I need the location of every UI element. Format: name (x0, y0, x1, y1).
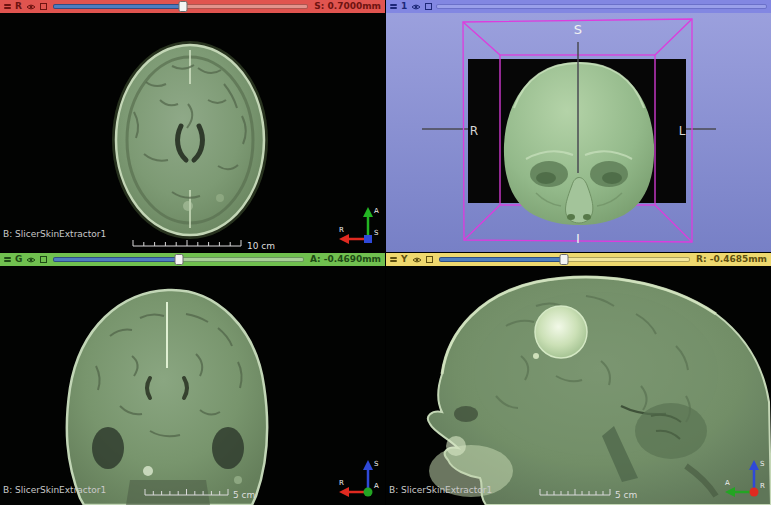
coronal-controller-bar: G A: -0.4690mm (0, 253, 385, 266)
axis-left-label: R (339, 479, 344, 487)
slider-empty-track (183, 4, 308, 9)
viewport-axial: R S: 0.7000mm (0, 0, 385, 252)
slider-filled-track (53, 4, 183, 9)
slider-filled-track (53, 257, 178, 262)
viewport-coronal: G A: -0.4690mm (0, 253, 385, 505)
ruler-label: 5 cm (233, 490, 255, 500)
sagittal-slice-canvas[interactable]: B: SlicerSkinExtractor1 5 cm S A R (386, 266, 771, 505)
axis-up-label: A (374, 207, 379, 215)
view-menu-icon[interactable] (426, 256, 433, 263)
corner-label: B: SlicerSkinExtractor1 (389, 485, 492, 495)
slice-offset-value: S: 0.7000mm (314, 2, 381, 11)
axis-origin-label: A (374, 482, 379, 490)
orientation-letter-superior: S (574, 22, 582, 37)
visibility-eye-icon[interactable] (26, 256, 36, 264)
axis-origin-label: R (760, 482, 765, 490)
coronal-slice-canvas[interactable]: B: SlicerSkinExtractor1 5 cm S R A (0, 266, 385, 505)
visibility-eye-icon[interactable] (412, 256, 422, 264)
axis-up-label: S (374, 460, 379, 468)
view-label: R (15, 2, 22, 11)
visibility-eye-icon[interactable] (26, 3, 36, 11)
viewport-3d: 1 (386, 0, 771, 252)
orientation-letter-right: R (470, 124, 478, 138)
corner-label: B: SlicerSkinExtractor1 (3, 485, 106, 495)
four-up-layout: R S: 0.7000mm (0, 0, 771, 505)
slice-offset-slider[interactable] (53, 1, 308, 12)
tumor-mass (535, 306, 587, 358)
view-menu-icon[interactable] (40, 256, 47, 263)
pin-icon[interactable] (4, 257, 11, 263)
threeD-bar-track (436, 4, 767, 9)
view-menu-icon[interactable] (425, 3, 432, 10)
axial-slice-canvas[interactable]: B: SlicerSkinExtractor1 10 cm A R S (0, 13, 385, 252)
slice-offset-value: A: -0.4690mm (310, 255, 381, 264)
slider-filled-track (439, 257, 565, 262)
visibility-eye-icon[interactable] (411, 3, 421, 11)
axis-origin-label: S (374, 229, 379, 237)
threeD-controller-bar: 1 (386, 0, 771, 13)
view-label: Y (401, 255, 408, 264)
axis-up-label: S (760, 460, 765, 468)
slice-slider-handle[interactable] (560, 254, 569, 265)
slice-offset-slider[interactable] (439, 254, 691, 265)
axis-left-label: A (725, 479, 730, 487)
slice-slider-handle[interactable] (179, 1, 188, 12)
view-menu-icon[interactable] (40, 3, 47, 10)
axis-left-label: R (339, 226, 344, 234)
pin-icon[interactable] (390, 257, 397, 263)
slice-offset-slider[interactable] (53, 254, 304, 265)
pin-icon[interactable] (4, 4, 11, 10)
threeD-scene-canvas[interactable]: S R L I (386, 13, 771, 252)
ruler-label: 10 cm (247, 241, 275, 251)
corner-label: B: SlicerSkinExtractor1 (3, 229, 106, 239)
slice-offset-value: R: -0.4685mm (696, 255, 767, 264)
slider-empty-track (564, 257, 690, 262)
axial-brain-image (112, 41, 268, 239)
pin-icon[interactable] (390, 4, 397, 10)
skin-surface-model (504, 62, 654, 225)
orientation-letter-inferior: I (576, 231, 580, 246)
view-label: 1 (401, 2, 407, 11)
slider-empty-track (179, 257, 304, 262)
ruler-label: 5 cm (615, 490, 637, 500)
orientation-letter-left: L (679, 124, 686, 138)
viewport-sagittal: Y R: -0.4685mm (386, 253, 771, 505)
sagittal-controller-bar: Y R: -0.4685mm (386, 253, 771, 266)
view-label: G (15, 255, 22, 264)
slice-slider-handle[interactable] (174, 254, 183, 265)
axial-controller-bar: R S: 0.7000mm (0, 0, 385, 13)
